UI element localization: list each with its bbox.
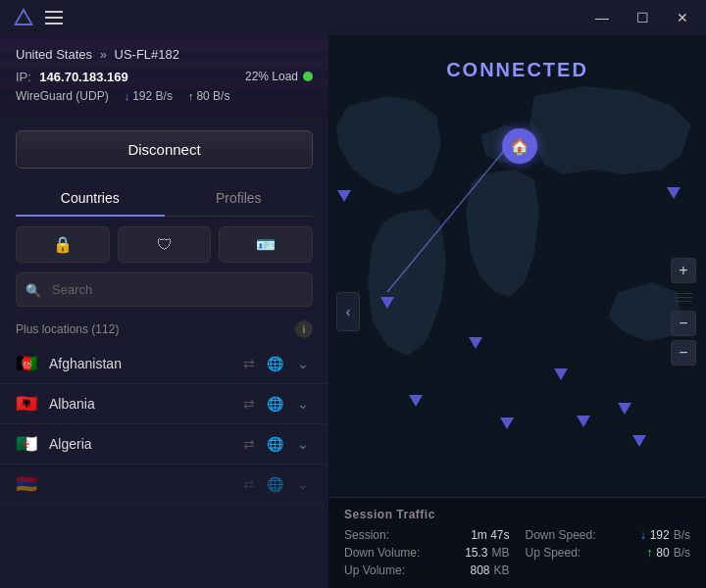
ip-address: 146.70.183.169: [39, 70, 127, 84]
app-logo: [12, 6, 35, 29]
map-panel: CONNECTED 🏠 ‹ + − − Session Traffic: [328, 35, 706, 588]
refresh-icon[interactable]: ⇄: [241, 354, 257, 373]
session-panel: Session Traffic Session: 1m 47s Down Spe…: [328, 497, 706, 588]
location-actions: ⇄ 🌐 ⌄: [241, 394, 313, 414]
down-speed-label: Down Speed:: [526, 528, 596, 542]
down-speed-row: Down Speed: ↓ 192 B/s: [526, 527, 691, 543]
zoom-controls: + − −: [671, 258, 696, 366]
map-marker-6: [500, 417, 514, 429]
download-speed: ↓ 192 B/s: [125, 89, 173, 103]
up-vol-unit: KB: [493, 564, 509, 577]
breadcrumb-arrow: »: [100, 47, 107, 62]
main-layout: United States » US-FL#182 IP: 146.70.183…: [0, 35, 706, 588]
down-speed-unit: B/s: [674, 528, 690, 542]
up-speed-arrow: ↑: [646, 546, 652, 560]
up-arrow-icon: ↑: [188, 90, 194, 102]
location-name-algeria: Algeria: [49, 436, 231, 452]
search-icon: 🔍: [25, 282, 41, 297]
map-marker-7: [554, 368, 568, 380]
down-speed-value: 192 B/s: [132, 89, 173, 103]
list-item[interactable]: 🇦🇱 Albania ⇄ 🌐 ⌄: [0, 384, 328, 424]
refresh-icon[interactable]: ⇄: [241, 474, 257, 494]
map-marker-5: [469, 337, 482, 349]
list-item[interactable]: 🇩🇿 Algeria ⇄ 🌐 ⌄: [0, 424, 328, 465]
map-marker-8: [577, 416, 590, 427]
list-item[interactable]: 🇦🇲 ⇄ 🌐 ⌄: [0, 465, 328, 505]
map-marker-4: [409, 395, 423, 407]
upload-speed: ↑ 80 B/s: [188, 89, 230, 103]
home-icon: 🏠: [502, 128, 537, 164]
globe-icon[interactable]: 🌐: [265, 434, 285, 454]
map-marker-3: [380, 297, 394, 309]
flag-icon-albania: 🇦🇱: [16, 395, 39, 413]
close-button[interactable]: ✕: [671, 8, 694, 27]
info-icon[interactable]: i: [295, 320, 313, 338]
up-vol-row: Up Volume: 808 KB: [344, 563, 510, 578]
hamburger-menu[interactable]: [45, 11, 63, 24]
globe-icon[interactable]: 🌐: [265, 474, 285, 494]
map-marker-1: [667, 187, 681, 199]
location-count-label: Plus locations (112): [16, 322, 119, 336]
flag-icon-partial: 🇦🇲: [16, 475, 39, 493]
expand-button[interactable]: ⌄: [293, 434, 313, 454]
session-grid: Session: 1m 47s Down Speed: ↓ 192 B/s Do…: [344, 527, 690, 578]
up-speed-label: Up Speed:: [526, 546, 581, 560]
titlebar-left: [12, 6, 63, 29]
server-name: US-FL#182: [115, 47, 179, 62]
ip-row: IP: 146.70.183.169 22% Load: [16, 68, 313, 85]
map-marker-2: [337, 190, 351, 202]
tab-countries[interactable]: Countries: [16, 180, 165, 216]
up-speed-num: 80: [656, 546, 669, 560]
tab-bar: Countries Profiles: [16, 180, 313, 217]
down-vol-row: Down Volume: 15.3 MB: [344, 545, 510, 561]
filter-lock-button[interactable]: 🔒: [16, 226, 110, 263]
filter-row: 🔒 🛡 🪪: [16, 226, 313, 263]
zoom-in-button[interactable]: +: [671, 258, 696, 283]
zoom-out-button-2[interactable]: −: [671, 340, 696, 366]
up-speed-display: ↑ 80 B/s: [646, 546, 690, 560]
refresh-icon[interactable]: ⇄: [241, 394, 257, 414]
up-vol-display: 808 KB: [470, 564, 509, 577]
maximize-button[interactable]: ☐: [630, 8, 655, 27]
disconnect-button[interactable]: Disconnect: [16, 130, 313, 169]
location-name-afghanistan: Afghanistan: [49, 356, 231, 371]
ip-label: IP:: [16, 70, 31, 84]
down-speed-display: ↓ 192 B/s: [640, 528, 690, 542]
search-input[interactable]: [16, 272, 313, 307]
expand-button[interactable]: ⌄: [293, 394, 313, 414]
location-actions: ⇄ 🌐 ⌄: [241, 434, 313, 454]
connected-status: CONNECTED: [446, 59, 588, 81]
flag-icon-algeria: 🇩🇿: [16, 435, 39, 453]
location-name-albania: Albania: [49, 396, 231, 412]
down-speed-num: 192: [650, 528, 670, 542]
expand-button[interactable]: ⌄: [293, 354, 313, 373]
tab-profiles[interactable]: Profiles: [165, 180, 314, 216]
session-time-row: Session: 1m 47s: [344, 527, 510, 543]
session-value: 1m 47s: [471, 528, 509, 542]
titlebar: — ☐ ✕: [0, 0, 706, 35]
breadcrumb: United States » US-FL#182: [16, 47, 313, 62]
session-label: Session:: [344, 528, 389, 542]
refresh-icon[interactable]: ⇄: [241, 434, 257, 454]
minimize-button[interactable]: —: [589, 8, 615, 27]
down-vol-unit: MB: [492, 546, 510, 560]
load-indicator: [303, 72, 313, 81]
map-marker-9: [618, 403, 631, 415]
country-name: United States: [16, 47, 92, 62]
up-speed-unit: B/s: [674, 546, 690, 560]
expand-button[interactable]: ⌄: [293, 474, 313, 494]
zoom-out-button[interactable]: −: [671, 311, 696, 336]
down-vol-display: 15.3 MB: [465, 546, 509, 560]
list-item[interactable]: 🇦🇫 Afghanistan ⇄ 🌐 ⌄: [0, 344, 328, 384]
globe-icon[interactable]: 🌐: [265, 394, 285, 414]
location-list[interactable]: 🇦🇫 Afghanistan ⇄ 🌐 ⌄ 🇦🇱 Albania ⇄ 🌐 ⌄: [0, 344, 328, 588]
location-actions: ⇄ 🌐 ⌄: [241, 474, 313, 494]
card-icon: 🪪: [256, 235, 276, 254]
filter-shield-button[interactable]: 🛡: [118, 226, 212, 263]
lock-icon: 🔒: [53, 235, 73, 254]
globe-icon[interactable]: 🌐: [265, 354, 285, 373]
back-arrow-button[interactable]: ‹: [336, 292, 360, 331]
session-title: Session Traffic: [344, 508, 690, 521]
speed-row: WireGuard (UDP) ↓ 192 B/s ↑ 80 B/s: [16, 89, 313, 103]
filter-card-button[interactable]: 🪪: [219, 226, 313, 263]
